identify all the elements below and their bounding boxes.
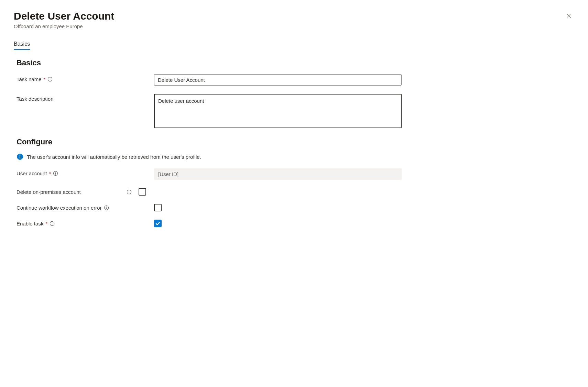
info-banner-text: The user's account info will automatical… bbox=[27, 154, 201, 160]
section-basics-title: Basics bbox=[17, 58, 574, 67]
tab-basics[interactable]: Basics bbox=[14, 39, 30, 50]
page-subtitle: Offboard an employee Europe bbox=[14, 23, 114, 29]
delete-onprem-label: Delete on-premises account bbox=[17, 189, 139, 195]
info-icon[interactable] bbox=[104, 205, 109, 210]
tabs: Basics bbox=[14, 39, 574, 50]
svg-point-7 bbox=[20, 155, 20, 156]
required-marker: * bbox=[44, 76, 46, 82]
task-description-input[interactable] bbox=[154, 94, 402, 128]
info-icon[interactable] bbox=[50, 221, 55, 226]
svg-point-13 bbox=[129, 190, 129, 191]
enable-task-label: Enable task * bbox=[17, 221, 154, 226]
enable-task-checkbox[interactable] bbox=[154, 220, 162, 227]
continue-on-error-label: Continue workflow execution on error bbox=[17, 205, 154, 211]
svg-point-10 bbox=[55, 172, 56, 173]
info-banner: The user's account info will automatical… bbox=[17, 153, 574, 160]
required-marker: * bbox=[49, 170, 51, 176]
required-marker: * bbox=[45, 221, 47, 226]
page-title: Delete User Account bbox=[14, 10, 114, 22]
info-filled-icon bbox=[17, 153, 23, 160]
close-button[interactable] bbox=[563, 10, 574, 21]
delete-onprem-checkbox[interactable] bbox=[139, 188, 146, 196]
info-icon[interactable] bbox=[53, 171, 58, 176]
info-icon[interactable] bbox=[127, 189, 132, 195]
continue-on-error-checkbox[interactable] bbox=[154, 204, 162, 211]
user-account-label: User account * bbox=[17, 168, 154, 176]
svg-rect-6 bbox=[20, 156, 20, 159]
task-name-label: Task name * bbox=[17, 74, 154, 82]
svg-point-16 bbox=[106, 206, 107, 207]
checkmark-icon bbox=[155, 221, 161, 226]
task-description-label: Task description bbox=[17, 94, 154, 102]
info-icon[interactable] bbox=[47, 77, 53, 82]
task-name-input[interactable] bbox=[154, 74, 402, 86]
close-icon bbox=[565, 12, 572, 19]
svg-point-4 bbox=[50, 78, 50, 78]
svg-point-19 bbox=[52, 222, 52, 222]
user-account-field: [User ID] bbox=[154, 168, 402, 180]
section-configure-title: Configure bbox=[17, 137, 574, 146]
